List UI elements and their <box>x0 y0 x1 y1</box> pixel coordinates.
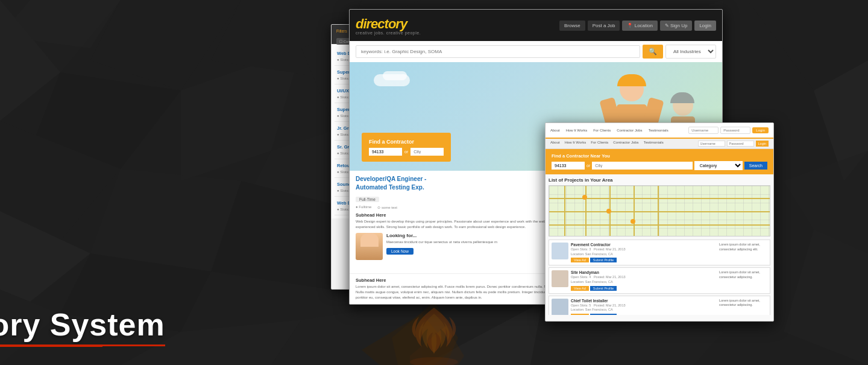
contractor-login-button[interactable]: Login <box>752 127 769 133</box>
project-thumb-3 <box>552 299 568 315</box>
looking-for-title: Looking for... <box>386 233 497 238</box>
project-desc-1: Lorem ipsum dolor sit amet, consectetur … <box>719 243 767 262</box>
contractor-auth: Login <box>688 127 769 134</box>
map-road-v2 <box>585 186 587 236</box>
screenshot-contractor: About How It Works For Clients Contracto… <box>545 122 774 322</box>
or-text: or <box>404 150 408 154</box>
nav-for-clients: For Clients <box>593 129 611 132</box>
nav-how-it-works: How It Works <box>566 129 588 132</box>
project-meta-2: Open Slots: 4 Posted: Mar 21, 2013Locati… <box>571 275 717 284</box>
sub-password-input[interactable] <box>727 141 754 147</box>
nav-contractor-jobs: Contractor Jobs <box>617 129 642 132</box>
search-button[interactable]: 🔍 <box>643 45 663 59</box>
job-type-badge: Full-Time <box>356 197 379 202</box>
find-contractor-section: Find a Contractor Near You or Category S… <box>546 149 773 174</box>
project-thumb-1 <box>552 243 568 259</box>
search-bar: 🔍 All Industries <box>350 41 722 62</box>
contractor-category-select[interactable]: Category <box>694 161 743 170</box>
looking-for-content: Looking for... Maecenas tincidunt cur ti… <box>386 233 497 260</box>
map-pin-2 <box>606 209 611 214</box>
svg-point-31 <box>410 357 458 365</box>
project-btns-2: View Ad Submit Profile <box>571 286 717 291</box>
contractor-or-text: or <box>587 163 590 168</box>
zip-input[interactable] <box>369 148 402 156</box>
project-name-1: Pavement Contractor <box>571 243 717 247</box>
contractor-sub-nav: About How It Works For Clients Contracto… <box>546 139 773 149</box>
directory-logo: directory <box>356 16 407 31</box>
submit-profile-btn-2[interactable]: Submit Profile <box>590 286 617 291</box>
browse-button[interactable]: Browse <box>559 21 585 31</box>
find-contractor-box: Find a Contractor or <box>362 133 451 162</box>
contractor-content: List of Projects in Your Area <box>546 174 773 315</box>
project-card-1: Pavement Contractor Open Slots: 3 Posted… <box>549 240 770 265</box>
contractor-header: About How It Works For Clients Contracto… <box>546 123 773 139</box>
project-desc-2: Lorem ipsum dolor sit amet, consectetur … <box>719 270 767 290</box>
map-road-v1 <box>564 186 565 236</box>
find-contractor-form: or Category Search <box>552 161 767 170</box>
project-info-2: Site Handyman Open Slots: 4 Posted: Mar … <box>571 270 717 290</box>
view-ad-btn-2[interactable]: View Ad <box>571 286 589 291</box>
cloud-decoration-2 <box>383 71 407 80</box>
screenshots-cluster: Filters ● ☐ Open Slots ☐ Full Slots ☐ Co… <box>331 9 777 317</box>
view-ad-btn-1[interactable]: View Ad <box>571 258 589 262</box>
project-card-2: Site Handyman Open Slots: 4 Posted: Mar … <box>549 267 770 293</box>
directory-nav: Browse Post a Job 📍 Location ✎ Sign Up L… <box>559 21 716 31</box>
search-input[interactable] <box>356 45 640 58</box>
project-list: List of Projects in Your Area <box>546 174 773 315</box>
worker-thumbnail <box>356 233 383 260</box>
project-name-2: Site Handyman <box>571 270 717 275</box>
location-icon: 📍 <box>627 23 633 28</box>
map-road-v4 <box>634 186 635 236</box>
nav-testimonials: Testimonials <box>649 129 668 132</box>
flame-decoration <box>386 305 482 365</box>
post-job-button[interactable]: Post a Job <box>588 21 620 31</box>
looking-for-text: Maecenas tincidunt cur tique senectus ut… <box>386 240 497 244</box>
project-card-3: Chief Toilet Installer Open Slots: 5 Pos… <box>549 296 770 315</box>
look-now-button[interactable]: Look Now <box>386 248 414 255</box>
directory-tagline: creative jobs. creative people. <box>356 31 421 35</box>
contractor-search-button[interactable]: Search <box>744 162 767 170</box>
submit-profile-btn-3[interactable]: Submit Profile <box>590 314 617 315</box>
contractor-nav: About How It Works For Clients Contracto… <box>550 129 668 132</box>
view-ad-btn-3[interactable]: View Ad <box>571 314 589 315</box>
sub-login-button[interactable]: Login <box>756 141 769 147</box>
directory-header: directory creative jobs. creative people… <box>350 10 722 41</box>
title-section: Directory System <box>0 306 199 347</box>
signup-button[interactable]: ✎ Sign Up <box>660 21 692 31</box>
map-display <box>549 185 770 236</box>
password-input[interactable] <box>720 127 750 134</box>
svg-marker-24 <box>784 229 868 365</box>
submit-profile-btn-1[interactable]: Submit Profile <box>590 258 617 262</box>
filters-label: Filters <box>336 29 347 33</box>
project-info-1: Pavement Contractor Open Slots: 3 Posted… <box>571 243 717 262</box>
map-pin-3 <box>631 219 635 224</box>
find-contractor-inputs: or <box>369 148 444 156</box>
project-list-title: List of Projects in Your Area <box>549 177 770 183</box>
directory-logo-area: directory creative jobs. creative people… <box>356 16 421 35</box>
location-button[interactable]: 📍 Location <box>622 21 657 31</box>
map-road-v5 <box>658 186 659 236</box>
find-contractor-label: Find a Contractor <box>369 139 444 145</box>
project-info-3: Chief Toilet Installer Open Slots: 5 Pos… <box>571 299 717 315</box>
project-meta-3: Open Slots: 5 Posted: Mar 21, 2013Locati… <box>571 303 717 313</box>
nav-about: About <box>550 129 560 132</box>
page-title: Directory System <box>0 306 165 343</box>
find-contractor-title: Find a Contractor Near You <box>552 153 767 159</box>
project-thumb-2 <box>552 270 568 287</box>
contractor-city-input[interactable] <box>592 162 693 170</box>
industry-select[interactable]: All Industries <box>665 45 716 59</box>
project-desc-3: Lorem ipsum dolor sit amet, consectetur … <box>719 299 767 315</box>
project-btns-1: View Ad Submit Profile <box>571 258 717 262</box>
map-pin-1 <box>582 195 587 200</box>
pencil-icon: ✎ <box>665 23 669 28</box>
login-button[interactable]: Login <box>694 21 716 31</box>
project-btns-3: View Ad Submit Profile <box>571 314 717 315</box>
project-name-3: Chief Toilet Installer <box>571 299 717 303</box>
map-road-2 <box>549 211 770 212</box>
map-road-3 <box>549 224 770 226</box>
project-meta-1: Open Slots: 3 Posted: Mar 21, 2013Locati… <box>571 247 717 256</box>
city-input[interactable] <box>410 148 444 156</box>
contractor-zip-input[interactable] <box>552 162 585 170</box>
sub-username-input[interactable] <box>698 141 725 147</box>
username-input[interactable] <box>688 127 719 134</box>
